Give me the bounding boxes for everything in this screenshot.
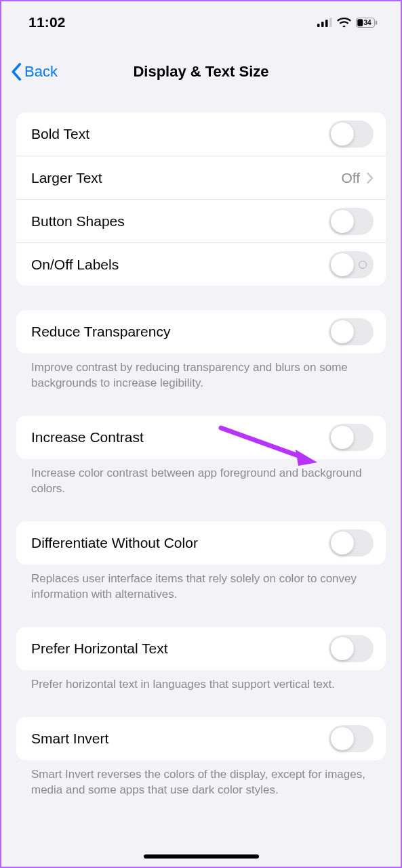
row-label: Increase Contrast (31, 429, 144, 446)
battery-icon: 34 (356, 18, 378, 28)
row-bold-text[interactable]: Bold Text (16, 112, 386, 156)
row-label: Prefer Horizontal Text (31, 641, 168, 657)
toggle-increase-contrast[interactable] (329, 424, 374, 451)
nav-bar: Back Display & Text Size (1, 51, 401, 92)
cellular-signal-icon (317, 18, 332, 27)
row-smart-invert[interactable]: Smart Invert (16, 717, 386, 760)
svg-rect-2 (325, 20, 328, 27)
wifi-icon (337, 18, 351, 28)
footer-reduce-transparency: Improve contrast by reducing transparenc… (16, 353, 386, 391)
row-label: On/Off Labels (31, 257, 119, 273)
status-time: 11:02 (28, 14, 66, 30)
row-prefer-horizontal[interactable]: Prefer Horizontal Text (16, 627, 386, 670)
row-diff-without-color[interactable]: Differentiate Without Color (16, 521, 386, 565)
row-label: Button Shapes (31, 213, 125, 230)
row-value: Off (341, 170, 360, 186)
footer-smart-invert: Smart Invert reverses the colors of the … (16, 760, 386, 798)
row-onoff-labels[interactable]: On/Off Labels (16, 242, 386, 286)
svg-rect-0 (317, 24, 320, 27)
back-button[interactable]: Back (11, 63, 58, 81)
status-indicators: 34 (317, 18, 378, 28)
settings-group-prefer-horizontal: Prefer Horizontal Text (16, 627, 386, 670)
toggle-button-shapes[interactable] (329, 208, 374, 235)
row-label: Larger Text (31, 170, 102, 186)
svg-rect-5 (357, 19, 363, 26)
back-label: Back (24, 63, 58, 81)
row-label: Differentiate Without Color (31, 535, 198, 551)
row-reduce-transparency[interactable]: Reduce Transparency (16, 310, 386, 353)
footer-prefer-horizontal: Prefer horizontal text in languages that… (16, 670, 386, 693)
footer-increase-contrast: Increase color contrast between app fore… (16, 459, 386, 497)
settings-group-increase-contrast: Increase Contrast (16, 416, 386, 459)
svg-text:34: 34 (363, 19, 371, 26)
svg-rect-1 (321, 22, 324, 27)
toggle-prefer-horizontal[interactable] (329, 635, 374, 662)
page-title: Display & Text Size (133, 63, 268, 81)
home-indicator[interactable] (144, 854, 259, 859)
footer-diff-without-color: Replaces user interface items that rely … (16, 565, 386, 603)
toggle-smart-invert[interactable] (329, 725, 374, 752)
row-label: Reduce Transparency (31, 324, 170, 340)
chevron-left-icon (11, 63, 22, 81)
settings-group-smart-invert: Smart Invert (16, 717, 386, 760)
toggle-bold-text[interactable] (329, 121, 374, 148)
svg-rect-6 (376, 20, 377, 24)
row-button-shapes[interactable]: Button Shapes (16, 199, 386, 242)
chevron-right-icon (367, 173, 374, 183)
row-label: Bold Text (31, 126, 89, 142)
row-increase-contrast[interactable]: Increase Contrast (16, 416, 386, 459)
toggle-diff-without-color[interactable] (329, 529, 374, 557)
row-larger-text[interactable]: Larger Text Off (16, 156, 386, 199)
toggle-onoff-labels[interactable] (329, 251, 374, 278)
row-label: Smart Invert (31, 731, 108, 747)
settings-group-reduce-transparency: Reduce Transparency (16, 310, 386, 353)
status-bar: 11:02 34 (1, 1, 401, 39)
settings-group-diff-without-color: Differentiate Without Color (16, 521, 386, 565)
settings-group-text: Bold Text Larger Text Off Button Shapes … (16, 112, 386, 286)
toggle-reduce-transparency[interactable] (329, 318, 374, 345)
svg-rect-3 (329, 18, 332, 27)
